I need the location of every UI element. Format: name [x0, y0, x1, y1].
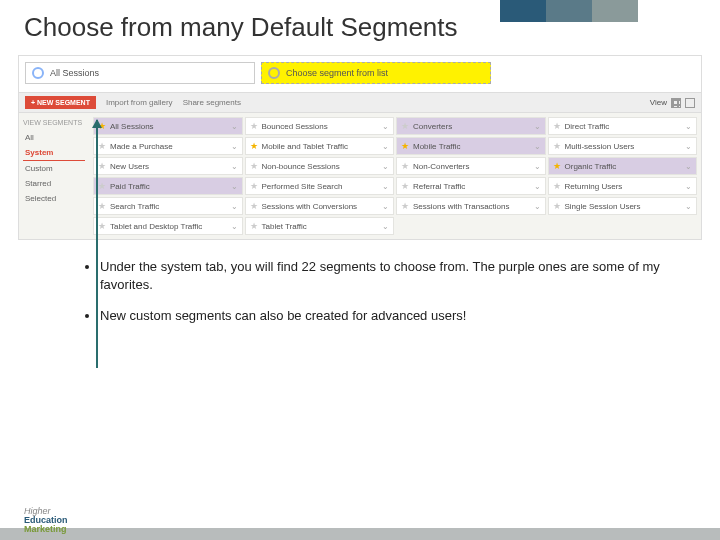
segment-tile[interactable]: ★Non-bounce Sessions⌄ — [245, 157, 395, 175]
chevron-down-icon[interactable]: ⌄ — [534, 182, 541, 191]
segment-label: Referral Traffic — [413, 182, 465, 191]
chevron-down-icon[interactable]: ⌄ — [685, 182, 692, 191]
new-segment-button[interactable]: + NEW SEGMENT — [25, 96, 96, 109]
star-icon[interactable]: ★ — [98, 121, 106, 131]
selector-choose-from-list[interactable]: Choose segment from list — [261, 62, 491, 84]
segment-label: Bounced Sessions — [262, 122, 328, 131]
chevron-down-icon[interactable]: ⌄ — [534, 162, 541, 171]
chevron-down-icon[interactable]: ⌄ — [534, 202, 541, 211]
star-icon[interactable]: ★ — [401, 161, 409, 171]
chevron-down-icon[interactable]: ⌄ — [534, 142, 541, 151]
segment-tile[interactable]: ★Mobile Traffic⌄ — [396, 137, 546, 155]
sidebar-item-all[interactable]: All — [23, 130, 85, 145]
chevron-down-icon[interactable]: ⌄ — [382, 142, 389, 151]
segment-label: Paid Traffic — [110, 182, 150, 191]
star-icon[interactable]: ★ — [553, 121, 561, 131]
segment-tile[interactable]: ★Tablet Traffic⌄ — [245, 217, 395, 235]
segment-tile[interactable]: ★Multi-session Users⌄ — [548, 137, 698, 155]
grid-view-icon[interactable] — [671, 98, 681, 108]
segment-tile[interactable]: ★Sessions with Transactions⌄ — [396, 197, 546, 215]
segment-tile[interactable]: ★Non-Converters⌄ — [396, 157, 546, 175]
sidebar-item-system[interactable]: System — [23, 145, 85, 161]
star-icon[interactable]: ★ — [250, 161, 258, 171]
chevron-down-icon[interactable]: ⌄ — [382, 122, 389, 131]
list-view-icon[interactable] — [685, 98, 695, 108]
segment-label: Performed Site Search — [262, 182, 343, 191]
selector-all-sessions[interactable]: All Sessions — [25, 62, 255, 84]
segment-tile[interactable]: ★Converters⌄ — [396, 117, 546, 135]
chevron-down-icon[interactable]: ⌄ — [382, 182, 389, 191]
segment-tile[interactable]: ★Tablet and Desktop Traffic⌄ — [93, 217, 243, 235]
chevron-down-icon[interactable]: ⌄ — [231, 222, 238, 231]
sidebar-item-selected[interactable]: Selected — [23, 191, 85, 206]
segment-label: Sessions with Conversions — [262, 202, 358, 211]
segment-label: Mobile and Tablet Traffic — [262, 142, 348, 151]
segment-tile[interactable]: ★Performed Site Search⌄ — [245, 177, 395, 195]
star-icon[interactable]: ★ — [250, 121, 258, 131]
segment-tile[interactable]: ★Made a Purchase⌄ — [93, 137, 243, 155]
star-icon[interactable]: ★ — [98, 201, 106, 211]
segment-body: VIEW SEGMENTS AllSystemCustomStarredSele… — [19, 113, 701, 239]
circle-icon — [268, 67, 280, 79]
chevron-down-icon[interactable]: ⌄ — [231, 162, 238, 171]
segment-tile[interactable]: ★New Users⌄ — [93, 157, 243, 175]
view-label: View — [650, 98, 667, 107]
chevron-down-icon[interactable]: ⌄ — [382, 202, 389, 211]
analytics-screenshot: All Sessions Choose segment from list + … — [18, 55, 702, 240]
sidebar-title: VIEW SEGMENTS — [23, 119, 85, 126]
chevron-down-icon[interactable]: ⌄ — [685, 162, 692, 171]
segment-label: Organic Traffic — [565, 162, 617, 171]
segment-label: Made a Purchase — [110, 142, 173, 151]
segment-tile[interactable]: ★Bounced Sessions⌄ — [245, 117, 395, 135]
segment-tile[interactable]: ★Direct Traffic⌄ — [548, 117, 698, 135]
segment-label: Sessions with Transactions — [413, 202, 510, 211]
star-icon[interactable]: ★ — [250, 201, 258, 211]
chevron-down-icon[interactable]: ⌄ — [231, 202, 238, 211]
view-switcher: View — [650, 98, 695, 108]
star-icon[interactable]: ★ — [553, 161, 561, 171]
segment-tile[interactable]: ★Organic Traffic⌄ — [548, 157, 698, 175]
chevron-down-icon[interactable]: ⌄ — [231, 142, 238, 151]
star-icon[interactable]: ★ — [250, 141, 258, 151]
star-icon[interactable]: ★ — [401, 121, 409, 131]
star-icon[interactable]: ★ — [553, 141, 561, 151]
segment-label: Mobile Traffic — [413, 142, 460, 151]
star-icon[interactable]: ★ — [98, 161, 106, 171]
segment-tile[interactable]: ★Returning Users⌄ — [548, 177, 698, 195]
segment-tile[interactable]: ★Single Session Users⌄ — [548, 197, 698, 215]
chevron-down-icon[interactable]: ⌄ — [685, 202, 692, 211]
star-icon[interactable]: ★ — [250, 181, 258, 191]
star-icon[interactable]: ★ — [250, 221, 258, 231]
import-link[interactable]: Import from gallery — [106, 98, 173, 107]
star-icon[interactable]: ★ — [98, 221, 106, 231]
segment-label: Multi-session Users — [565, 142, 635, 151]
chevron-down-icon[interactable]: ⌄ — [382, 162, 389, 171]
segment-label: Search Traffic — [110, 202, 159, 211]
star-icon[interactable]: ★ — [553, 181, 561, 191]
segment-tile[interactable]: ★Search Traffic⌄ — [93, 197, 243, 215]
sidebar-item-starred[interactable]: Starred — [23, 176, 85, 191]
chevron-down-icon[interactable]: ⌄ — [382, 222, 389, 231]
star-icon[interactable]: ★ — [98, 181, 106, 191]
segment-sidebar: VIEW SEGMENTS AllSystemCustomStarredSele… — [19, 113, 89, 239]
chevron-down-icon[interactable]: ⌄ — [685, 122, 692, 131]
star-icon[interactable]: ★ — [98, 141, 106, 151]
share-link[interactable]: Share segments — [183, 98, 241, 107]
segment-tile[interactable]: ★Referral Traffic⌄ — [396, 177, 546, 195]
segment-tile[interactable]: ★All Sessions⌄ — [93, 117, 243, 135]
star-icon[interactable]: ★ — [401, 181, 409, 191]
segment-label: Non-bounce Sessions — [262, 162, 340, 171]
chevron-down-icon[interactable]: ⌄ — [231, 182, 238, 191]
chevron-down-icon[interactable]: ⌄ — [534, 122, 541, 131]
star-icon[interactable]: ★ — [401, 141, 409, 151]
chevron-down-icon[interactable]: ⌄ — [231, 122, 238, 131]
star-icon[interactable]: ★ — [553, 201, 561, 211]
segment-tile[interactable]: ★Paid Traffic⌄ — [93, 177, 243, 195]
selector-label: All Sessions — [50, 68, 99, 78]
segment-selector-row: All Sessions Choose segment from list — [19, 56, 701, 92]
chevron-down-icon[interactable]: ⌄ — [685, 142, 692, 151]
star-icon[interactable]: ★ — [401, 201, 409, 211]
segment-tile[interactable]: ★Sessions with Conversions⌄ — [245, 197, 395, 215]
sidebar-item-custom[interactable]: Custom — [23, 161, 85, 176]
segment-tile[interactable]: ★Mobile and Tablet Traffic⌄ — [245, 137, 395, 155]
